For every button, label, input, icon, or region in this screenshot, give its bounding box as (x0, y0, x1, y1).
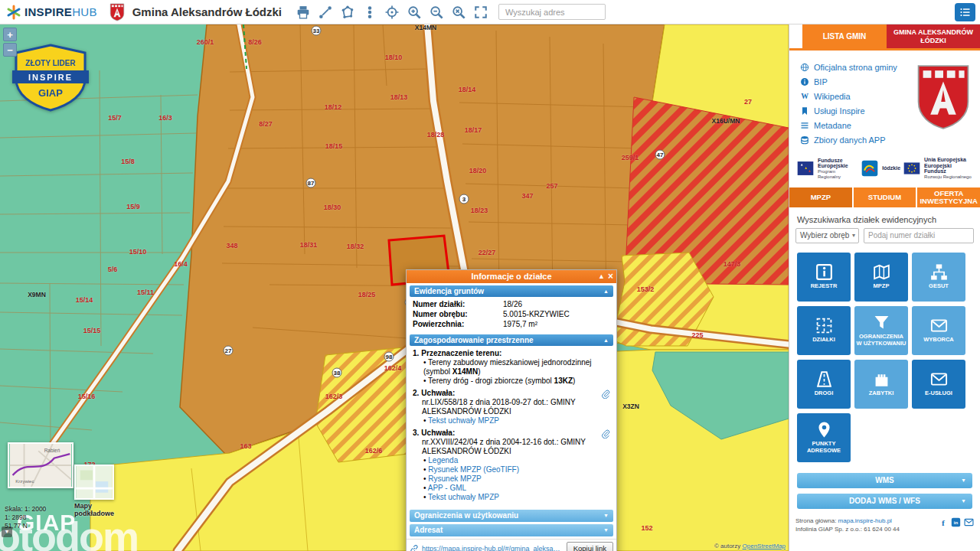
zoom-in-icon (407, 5, 421, 19)
zoom-extent-button[interactable] (449, 2, 469, 21)
document-link[interactable]: Rysunek MPZP (GeoTIFF) (428, 465, 519, 474)
tile-gesut[interactable]: GESUT (912, 253, 965, 302)
sitemap-icon (930, 263, 948, 281)
facebook-icon: f (938, 517, 948, 527)
document-link[interactable]: Rysunek MPZP (428, 474, 481, 483)
tab-studium[interactable]: STUDIUM (854, 187, 916, 207)
print-button[interactable] (294, 2, 313, 21)
facebook-link[interactable]: f (938, 517, 948, 527)
zoom-out-button[interactable]: − (3, 43, 17, 57)
document-link[interactable]: Tekst uchwały MPZP (428, 416, 499, 425)
sidebar-top: Oficjalna strona gminyBIPWWikipediaUsług… (789, 51, 980, 148)
map-canvas[interactable]: 260/18/2633X14MN18/1018/1418/1318/1215/7… (0, 24, 789, 551)
list-icon (800, 121, 809, 130)
collapsed-section-ograniczenia-w-użytkowaniu[interactable]: Ograniczenia w użytkowaniu▼ (410, 510, 613, 522)
obreb-select[interactable]: Wybierz obręb ▾ (795, 228, 859, 243)
minimap-collapse-button[interactable]: ▾ (2, 527, 12, 537)
tab-mpzp[interactable]: MPZP (789, 187, 852, 207)
popup-collapse-icon[interactable]: ▲ (598, 270, 605, 283)
overview-minimap[interactable]: Rabień Krzywiec (8, 442, 74, 488)
map-attribution: © autorzy OpenStreetMap (714, 543, 786, 549)
fullscreen-button[interactable] (472, 2, 491, 21)
popup-close-icon[interactable]: × (608, 270, 613, 283)
zoom-in-button[interactable]: + (3, 28, 17, 41)
database-icon (800, 135, 809, 145)
cadastral-map (0, 24, 789, 551)
sidebar-link-oficjalna-strona-gminy[interactable]: Oficjalna strona gminy (800, 63, 897, 72)
linkedin-link[interactable]: in (951, 517, 961, 527)
wms-section: WMS▼DODAJ WMS / WFS▼ (789, 462, 980, 509)
zoom-out-button[interactable] (427, 2, 446, 21)
copy-link-button[interactable]: Kopiuj link (567, 542, 613, 551)
svg-text:Rabień: Rabień (44, 448, 60, 453)
tab-oferta-inwestycyjna[interactable]: OFERTA INWESTYCYJNA (917, 187, 980, 207)
planning-item: 3.Uchwała:nr.XXVIII/242/04 z dnia 2004-1… (413, 427, 610, 504)
svg-text:ZŁOTY LIDER: ZŁOTY LIDER (25, 59, 76, 67)
style-button[interactable] (361, 2, 380, 21)
section-zagospodarowanie-header[interactable]: Zagospodarowanie przestrzenne▲ (410, 334, 613, 346)
measure-area-button[interactable] (338, 2, 358, 21)
sidebar-link-metadane[interactable]: Metadane (800, 121, 897, 130)
attachment-button[interactable] (601, 390, 610, 401)
sidebar-link-wikipedia[interactable]: WWikipedia (800, 92, 897, 101)
measure-line-button[interactable] (316, 2, 335, 21)
planning-item: 2.Uchwała:nr.LIX/558/18 z dnia 2018-09-2… (413, 387, 610, 427)
globe-icon (800, 63, 809, 72)
address-search-input[interactable] (498, 4, 606, 20)
land-use-bullet: • Tereny zabudowy mieszkaniowej jednorod… (413, 358, 598, 377)
zoom-in-button[interactable] (405, 2, 424, 21)
panel-toggle-button[interactable] (955, 3, 975, 21)
popup-share-url[interactable]: https://mapa.inspire-hub.pl/#/gmina_alek… (422, 545, 564, 551)
bar-dodaj-wms-wfs[interactable]: DODAJ WMS / WFS▼ (797, 494, 972, 509)
envelope-icon (930, 370, 948, 388)
homepage-link[interactable]: mapa.inspire-hub.pl (838, 517, 892, 524)
locate-button[interactable] (383, 2, 402, 21)
collapsed-sections: Ograniczenia w użytkowaniu▼Adresat▼ (407, 510, 616, 536)
tab-lista-gmin[interactable]: LISTA GMIN (802, 24, 887, 48)
svg-text:W: W (801, 92, 808, 100)
map-icon (873, 263, 890, 281)
tile-e-usługi[interactable]: E-USŁUGI (912, 360, 965, 409)
parcel-search: Wybierz obręb ▾ (789, 228, 980, 243)
app-window: INSPIREHUB Gmina Aleksandrów Łódzki (0, 0, 980, 551)
sidebar-link-usługi-inspire[interactable]: Usługi Inspire (800, 106, 897, 116)
document-link[interactable]: APP - GML (428, 484, 466, 492)
popup-title: Informacje o działce (471, 272, 551, 281)
parcel-attribute-row: Numer działki:18/26 (413, 299, 610, 309)
paperclip-icon (601, 390, 610, 399)
tile-ograniczenia-w-użytkowaniu[interactable]: OGRANICZENIA W UŻYTKOWANIU (854, 306, 908, 355)
section-ewidencja-header[interactable]: Ewidencja gruntów▲ (410, 285, 613, 297)
sidebar-link-zbiory-danych-app[interactable]: Zbiory danych APP (800, 135, 897, 145)
tile-rejestr[interactable]: REJESTR (797, 253, 851, 302)
sidebar-tabs: LISTA GMIN GMINA ALEKSANDRÓW ŁÓDZKI (789, 24, 980, 51)
module-tiles: REJESTRMPZPGESUTDZIAŁKIOGRANICZENIA W UŻ… (789, 243, 980, 462)
tile-działki[interactable]: DZIAŁKI (797, 306, 851, 355)
tile-mpzp[interactable]: MPZP (854, 253, 908, 302)
collapsed-section-adresat[interactable]: Adresat▼ (410, 524, 613, 536)
parcel-number-input[interactable] (864, 228, 974, 243)
svg-text:Krzywiec: Krzywiec (15, 479, 34, 484)
tile-wyborca[interactable]: WYBORCA (912, 306, 965, 355)
tile-drogi[interactable]: DROGI (797, 360, 851, 409)
document-link[interactable]: Legenda (428, 456, 458, 465)
wikipedia-icon: W (800, 92, 809, 101)
zoom-extent-icon (452, 5, 466, 19)
print-icon (296, 5, 310, 19)
tile-punkty-adresowe[interactable]: PUNKTY ADRESOWE (797, 413, 851, 462)
basemap-switcher[interactable] (74, 465, 114, 500)
sidebar-link-bip[interactable]: BIP (800, 77, 897, 86)
document-link[interactable]: Tekst uchwały MPZP (428, 493, 499, 501)
parcel-info-popup: Informacje o działce ▲ × Ewidencja grunt… (406, 269, 617, 551)
popup-footer: https://mapa.inspire-hub.pl/#/gmina_alek… (407, 539, 616, 551)
email-link[interactable] (964, 517, 974, 527)
social-links: fin (938, 517, 974, 527)
svg-text:GIAP: GIAP (38, 87, 63, 99)
attachment-button[interactable] (601, 429, 610, 441)
coat-of-arms-icon (109, 3, 125, 21)
openstreetmap-link[interactable]: OpenStreetMap (743, 543, 786, 549)
sidebar: LISTA GMIN GMINA ALEKSANDRÓW ŁÓDZKI Ofic… (789, 24, 980, 551)
tab-gmina-aleksandrow-lodzki[interactable]: GMINA ALEKSANDRÓW ŁÓDZKI (887, 24, 980, 48)
bar-wms[interactable]: WMS▼ (797, 473, 972, 488)
castle-icon (873, 370, 890, 388)
tile-zabytki[interactable]: ZABYTKI (854, 360, 908, 409)
